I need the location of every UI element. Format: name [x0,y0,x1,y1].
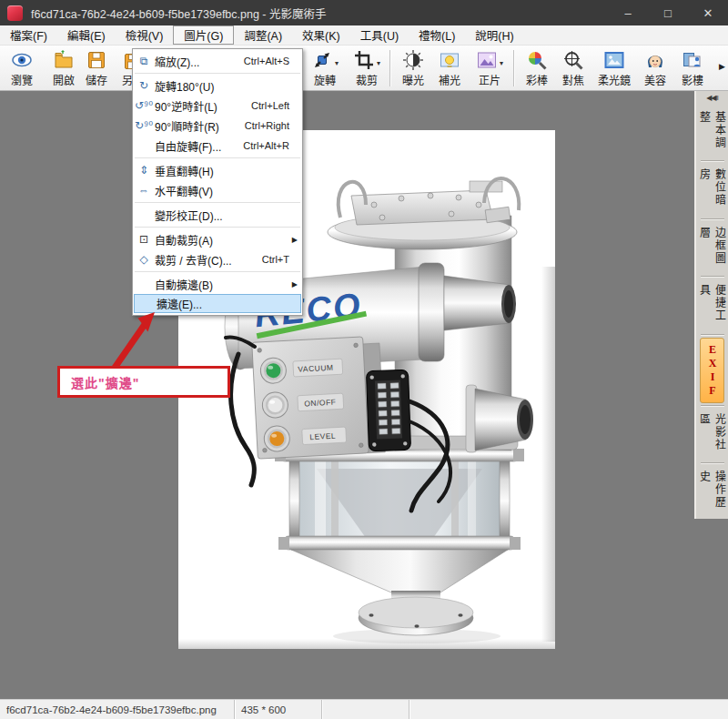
toolbar-separator [513,50,515,86]
positive-film-button[interactable]: ▾ 正片 [468,47,511,89]
menu-gifts[interactable]: 禮物(L) [409,25,465,45]
sidebar-collapse-icon[interactable]: ◀◀‖ [706,94,718,106]
photo-right-shading [541,267,555,642]
menu-edit[interactable]: 編輯(E) [57,25,116,45]
menu-shortcut: Ctrl+Left [251,100,289,111]
menu-item-rotate-cw-90[interactable]: ↻⁹⁰ 90°順時針(R) Ctrl+Right [133,116,302,136]
positive-film-dropdown-caret[interactable]: ▾ [500,59,503,71]
tab-separator [701,405,724,407]
menu-item-label: 90°逆時針(L) [155,98,251,114]
menu-item-auto-crop[interactable]: ⊡ 自動裁剪(A) ▶ [133,229,302,249]
rotate-label: 旋轉 [314,72,336,87]
menu-adjust[interactable]: 調整(A) [234,25,292,45]
studio-button[interactable]: 影樓 [673,47,712,89]
tab-separator [701,462,724,464]
menu-item-label: 縮放(Z)... [155,54,244,69]
annotation-text: 選此"擴邊" [71,373,139,391]
soft-lens-button[interactable]: 柔光鏡 [592,47,637,89]
exposure-button[interactable]: 曝光 [395,47,431,89]
menu-item-rotate-ccw-90[interactable]: ↺⁹⁰ 90°逆時針(L) Ctrl+Left [133,96,302,116]
level-label: LEVEL [309,431,336,442]
color-wand-label: 彩棒 [526,72,548,87]
menu-item-label: 擴邊(E)... [157,296,300,311]
soft-lens-label: 柔光鏡 [598,72,631,87]
close-button[interactable]: ✕ [688,0,728,25]
menu-separator [135,227,300,228]
menu-shortcut: Ctrl+Right [245,120,289,131]
menu-separator [135,271,300,272]
sidebar-tab-strip: ◀◀‖ 基本調整 數位暗房 边框圖層 便捷工具 EXIF 光影社區 操作歷史 [694,91,728,519]
tab-digital-darkroom[interactable]: 數位暗房 [697,164,728,217]
picture-dropdown-menu: ⧉ 縮放(Z)... Ctrl+Alt+S ↻ 旋轉180°(U) ↺⁹⁰ 90… [132,48,303,316]
menubar: 檔案(F) 編輯(E) 檢視(V) 圖片(G) 調整(A) 效果(K) 工具(U… [0,25,728,46]
toolbar-overflow-icon[interactable]: ▶ [719,62,725,71]
menu-item-scale[interactable]: ⧉ 縮放(Z)... Ctrl+Alt+S [133,51,302,71]
minimize-button[interactable]: – [608,0,648,25]
flip-vertical-icon: ⇕ [133,164,155,177]
tab-separator [701,334,724,336]
submenu-arrow-icon: ▶ [292,236,298,244]
auto-crop-icon: ⊡ [133,233,155,246]
menu-item-label: 水平翻轉(V) [155,183,302,198]
menu-item-label: 自由旋轉(F)... [155,138,243,154]
open-label: 開啟 [53,72,75,87]
menu-item-auto-expand-border[interactable]: 自動擴邊(B) ▶ [133,274,302,294]
menu-item-label: 變形校正(D)... [155,208,302,223]
status-filename: f6cd71ca-76b2-4e24-b609-f5be1739efbc.png [0,700,235,719]
status-cell-empty [410,700,728,719]
menu-tools[interactable]: 工具(U) [350,25,409,45]
beauty-label: 美容 [644,72,666,87]
maximize-button[interactable]: □ [648,0,688,25]
tab-basic-adjust[interactable]: 基本調整 [697,106,728,159]
control-panel: VACUUM ON/OFF LEVEL [252,336,386,459]
rotate-icon [311,47,333,71]
menu-item-flip-vertical[interactable]: ⇕ 垂直翻轉(H) [133,160,302,180]
annotation-callout-box: 選此"擴邊" [57,366,230,398]
titlebar: f6cd71ca-76b2-4e24-b609-f5be1739efbc.png… [0,0,728,25]
menu-separator [135,202,300,203]
beauty-face-icon [644,47,666,71]
crop-label: 裁剪 [356,72,378,87]
color-wand-button[interactable]: 彩棒 [519,47,555,89]
rotate-button[interactable]: ▾ 旋轉 [304,47,346,89]
focus-button[interactable]: 對焦 [555,47,592,89]
menu-picture[interactable]: 圖片(G) [173,25,234,45]
menu-effects[interactable]: 效果(K) [292,25,350,45]
positive-film-label: 正片 [479,72,500,87]
tab-history[interactable]: 操作歷史 [697,466,728,519]
menu-view[interactable]: 檢視(V) [116,25,174,45]
tab-exif[interactable]: EXIF [700,338,724,403]
crop-button[interactable]: ▾ 裁剪 [346,47,388,89]
electrical-connector [366,370,410,451]
rotate-cw-90-icon: ↻⁹⁰ [133,119,155,132]
studio-label: 影樓 [682,72,703,87]
tab-community[interactable]: 光影社區 [697,409,728,461]
minimize-icon: – [624,6,631,20]
onoff-label: ON/OFF [304,398,337,409]
menu-item-distortion-correct[interactable]: 變形校正(D)... [133,205,302,225]
menu-file[interactable]: 檔案(F) [0,25,57,45]
beauty-button[interactable]: 美容 [637,47,673,89]
menu-item-crop-cutout[interactable]: ◇ 裁剪 / 去背(C)... Ctrl+T [133,249,302,269]
menu-item-flip-horizontal[interactable]: ⇔ 水平翻轉(V) [133,180,302,200]
crop-dropdown-caret[interactable]: ▾ [377,59,380,71]
fill-light-button[interactable]: 補光 [431,47,468,89]
vacuum-label: VACUUM [298,363,334,374]
rotate-dropdown-caret[interactable]: ▾ [335,59,339,71]
tab-handy-tools[interactable]: 便捷工具 [697,279,728,332]
tab-frame-layer[interactable]: 边框圖層 [697,222,728,275]
toolbar: 瀏覽 開啟 儲存 另存 ▾ 旋 [0,46,728,91]
flip-horizontal-icon: ⇔ [133,184,155,197]
menu-item-rotate-180[interactable]: ↻ 旋轉180°(U) [133,76,302,96]
crop-cutout-icon: ◇ [133,253,155,266]
statusbar: f6cd71ca-76b2-4e24-b609-f5be1739efbc.png… [0,699,728,719]
menu-shortcut: Ctrl+Alt+R [243,140,289,151]
menu-help[interactable]: 說明(H) [465,25,523,45]
maximize-icon: □ [664,6,672,20]
exposure-label: 曝光 [402,72,424,87]
browse-button[interactable]: 瀏覽 [2,47,42,89]
save-button[interactable]: 儲存 [78,47,115,89]
menu-shortcut: Ctrl+T [262,254,289,265]
menu-item-free-rotate[interactable]: 自由旋轉(F)... Ctrl+Alt+R [133,136,302,156]
menu-item-label: 自動裁剪(A) [155,232,302,248]
